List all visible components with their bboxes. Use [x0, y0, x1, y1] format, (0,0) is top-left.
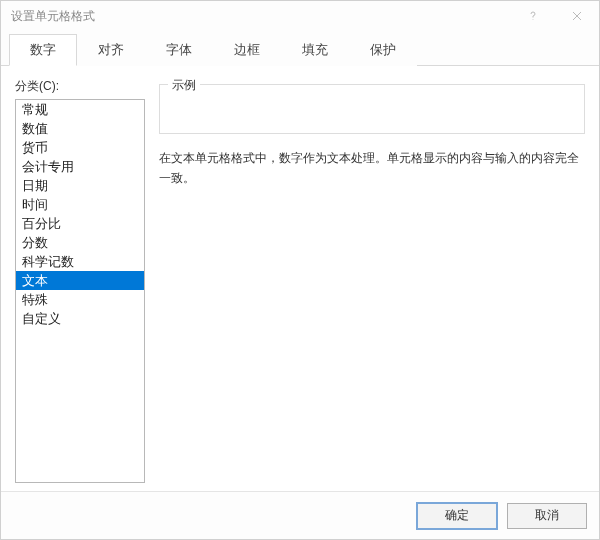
titlebar-buttons: [511, 1, 599, 31]
list-item[interactable]: 时间: [16, 195, 144, 214]
tab-number[interactable]: 数字: [9, 34, 77, 66]
list-item[interactable]: 货币: [16, 138, 144, 157]
help-button[interactable]: [511, 1, 555, 31]
list-item[interactable]: 特殊: [16, 290, 144, 309]
category-panel: 分类(C): 常规 数值 货币 会计专用 日期 时间 百分比 分数 科学记数 文…: [15, 78, 145, 483]
ok-button[interactable]: 确定: [417, 503, 497, 529]
list-item[interactable]: 日期: [16, 176, 144, 195]
category-listbox[interactable]: 常规 数值 货币 会计专用 日期 时间 百分比 分数 科学记数 文本 特殊 自定…: [15, 99, 145, 483]
list-item[interactable]: 常规: [16, 100, 144, 119]
category-label: 分类(C):: [15, 78, 145, 95]
sample-groupbox: 示例: [159, 84, 585, 134]
list-item[interactable]: 文本: [16, 271, 144, 290]
list-item[interactable]: 会计专用: [16, 157, 144, 176]
window-title: 设置单元格格式: [11, 8, 95, 25]
content-area: 分类(C): 常规 数值 货币 会计专用 日期 时间 百分比 分数 科学记数 文…: [1, 66, 599, 491]
list-item[interactable]: 数值: [16, 119, 144, 138]
tab-fill[interactable]: 填充: [281, 34, 349, 66]
format-description: 在文本单元格格式中，数字作为文本处理。单元格显示的内容与输入的内容完全一致。: [159, 148, 585, 188]
list-item[interactable]: 自定义: [16, 309, 144, 328]
tab-font[interactable]: 字体: [145, 34, 213, 66]
detail-panel: 示例 在文本单元格格式中，数字作为文本处理。单元格显示的内容与输入的内容完全一致…: [159, 78, 585, 483]
tab-protection[interactable]: 保护: [349, 34, 417, 66]
list-item[interactable]: 百分比: [16, 214, 144, 233]
list-item[interactable]: 科学记数: [16, 252, 144, 271]
list-item[interactable]: 分数: [16, 233, 144, 252]
tab-border[interactable]: 边框: [213, 34, 281, 66]
dialog-footer: 确定 取消: [1, 491, 599, 539]
tab-alignment[interactable]: 对齐: [77, 34, 145, 66]
titlebar: 设置单元格格式: [1, 1, 599, 31]
dialog-window: 设置单元格格式 数字 对齐 字体 边框 填充 保护 分类(C): 常规: [0, 0, 600, 540]
close-button[interactable]: [555, 1, 599, 31]
cancel-button[interactable]: 取消: [507, 503, 587, 529]
sample-legend: 示例: [168, 77, 200, 94]
tabstrip: 数字 对齐 字体 边框 填充 保护: [1, 33, 599, 66]
